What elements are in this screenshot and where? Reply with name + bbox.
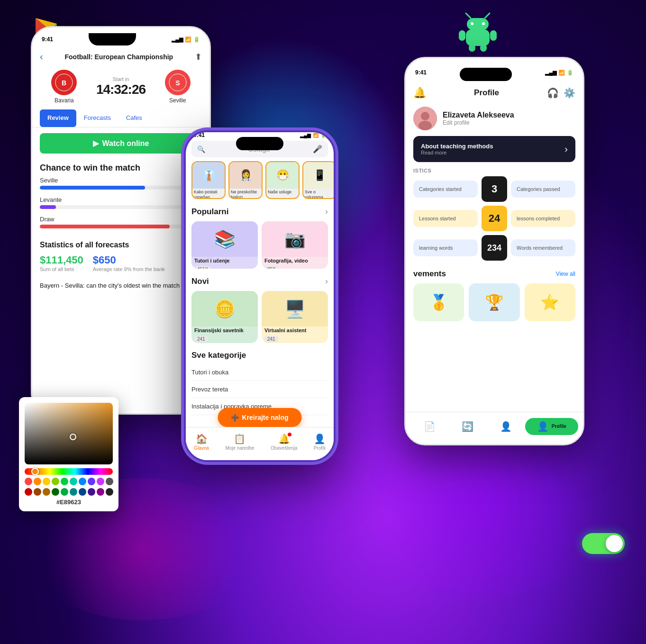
status-time-center: 9:41: [193, 132, 205, 138]
lessons-completed-label: lessons completed: [517, 216, 570, 221]
watch-online-button[interactable]: ▶ Watch online: [40, 133, 202, 154]
service-card-1[interactable]: 👔 Kako postati uspešan: [191, 161, 226, 199]
pnav-user[interactable]: 👤: [487, 421, 525, 432]
chance-seville: Seville 38%: [40, 177, 202, 190]
tabs-bar: Review Forecasts Cafes: [32, 109, 209, 127]
new-more-icon[interactable]: ›: [325, 276, 328, 286]
nav-orders[interactable]: 📋 Moje naredbe: [225, 433, 254, 451]
teach-arrow-icon: ›: [564, 144, 568, 154]
swatch-2[interactable]: [34, 478, 41, 485]
swatch-12[interactable]: [34, 488, 41, 496]
service-card-2[interactable]: 👩‍⚕️ Ne preskočite Nalozi: [228, 161, 263, 199]
svg-rect-4: [466, 29, 490, 46]
new-card-count-2: 241: [264, 336, 278, 342]
service-card-img-2: 👩‍⚕️: [229, 162, 262, 189]
popular-card-bg-2: 📷: [262, 221, 328, 257]
swatch-8[interactable]: [88, 478, 95, 485]
avg-stat: $650 Average rate 9% from the bank: [93, 254, 165, 272]
article-title: Bayern - Sevilla: can the city's oldest …: [32, 278, 209, 294]
toggle-switch[interactable]: [582, 533, 625, 554]
sum-label: Sum of all bets: [40, 266, 83, 272]
swatch-14[interactable]: [52, 488, 59, 496]
new-card-title-2: Virtualni asistent: [262, 327, 328, 334]
new-card-1[interactable]: 🪙 Finansijski savetnik 241: [191, 291, 258, 343]
chance-levante: Levante 2%: [40, 196, 202, 209]
cp-gradient[interactable]: [25, 403, 113, 464]
swatch-11[interactable]: [25, 488, 32, 496]
back-button[interactable]: ‹: [40, 51, 43, 62]
document-icon: 📄: [424, 421, 436, 432]
swatch-18[interactable]: [88, 488, 95, 496]
cat-passed-label: Categories passed: [517, 186, 570, 192]
profile-header: 🔔 Profile 🎧 ⚙️: [406, 83, 583, 103]
nav-home[interactable]: 🏠 Glavna: [194, 433, 209, 451]
popular-more-icon[interactable]: ›: [325, 207, 328, 217]
swatch-7[interactable]: [79, 478, 86, 485]
nav-notifications[interactable]: 🔔 Obaveštenja: [271, 433, 297, 451]
achievements-header: vements View all: [413, 269, 575, 279]
swatch-3[interactable]: [43, 478, 50, 485]
swatch-17[interactable]: [79, 488, 86, 496]
color-picker[interactable]: #E89623: [19, 397, 118, 511]
microphone-icon[interactable]: 🎤: [313, 145, 322, 154]
categories-started-cell: Categories started: [413, 181, 478, 198]
view-all-link[interactable]: View all: [556, 271, 575, 277]
share-button[interactable]: ⬆: [195, 52, 202, 62]
nav-orders-label: Moje naredbe: [225, 445, 254, 451]
service-card-3[interactable]: 😷 Naše usluge: [265, 161, 300, 199]
popular-card-2[interactable]: 📷 Fotografija, video 852: [262, 221, 328, 269]
tab-cafes[interactable]: Cafes: [118, 109, 150, 127]
swatch-10[interactable]: [106, 478, 113, 485]
sum-val: $111,450: [40, 254, 83, 266]
svg-rect-11: [490, 30, 497, 41]
nav-notif-label: Obaveštenja: [271, 445, 297, 451]
stats-row: $111,450 Sum of all bets $650 Average ra…: [40, 254, 202, 272]
profile-icon-center: 👤: [314, 433, 326, 444]
teach-title: About teaching methods: [421, 143, 493, 150]
bar-seville: [40, 186, 145, 190]
cat-item-2[interactable]: Prevoz tereta: [191, 381, 328, 398]
swatch-6[interactable]: [70, 478, 77, 485]
tab-forecasts[interactable]: Forecasts: [76, 109, 118, 127]
status-icons-right: ▂▄▆ 📶 🔋: [545, 70, 573, 76]
swatch-9[interactable]: [97, 478, 104, 485]
dynamic-island: [236, 137, 283, 150]
achievement-badges: 🥇 🏆 ⭐: [413, 283, 575, 321]
swatch-4[interactable]: [52, 478, 59, 485]
swatch-16[interactable]: [70, 488, 77, 496]
swatch-19[interactable]: [97, 488, 104, 496]
pnav-document[interactable]: 📄: [410, 421, 449, 432]
svg-point-7: [482, 22, 485, 25]
new-card-2[interactable]: 🖥️ Virtualni asistent 241: [262, 291, 328, 343]
create-account-button[interactable]: ➕ Kreirajte nalog: [218, 408, 301, 427]
swatch-15[interactable]: [61, 488, 68, 496]
notifications-icon: 🔔: [278, 433, 290, 444]
bell-icon[interactable]: 🔔: [413, 87, 426, 99]
tab-review[interactable]: Review: [40, 109, 76, 127]
notch-left: [89, 33, 136, 45]
service-card-4[interactable]: 📱 Sve o uslugama: [302, 161, 334, 199]
cat-item-1[interactable]: Tutori i obuka: [191, 364, 328, 381]
achievement-badge-1: 🥇: [413, 283, 464, 321]
swatch-20[interactable]: [106, 488, 113, 496]
popular-card-count-2: 852: [264, 266, 278, 269]
nav-profile-center[interactable]: 👤 Profili: [314, 433, 326, 451]
popular-card-1[interactable]: 📚 Tutori i učenje 4512: [191, 221, 258, 269]
cp-hue[interactable]: [25, 468, 113, 475]
service-card-img-1: 👔: [192, 162, 225, 189]
swatch-13[interactable]: [43, 488, 50, 496]
learning-words-cell: learning words: [413, 239, 478, 256]
bar-draw: [40, 225, 170, 228]
pnav-refresh[interactable]: 🔄: [449, 421, 487, 432]
popular-card-title-2: Fotografija, video: [262, 257, 328, 264]
swatch-1[interactable]: [25, 478, 32, 485]
swatch-5[interactable]: [61, 478, 68, 485]
settings-icon[interactable]: ⚙️: [564, 87, 575, 99]
user-sub[interactable]: Edit profile: [443, 119, 514, 126]
teaching-methods-banner[interactable]: About teaching methods Read more ›: [413, 136, 575, 162]
status-time-right: 9:41: [415, 69, 427, 76]
headphone-icon[interactable]: 🎧: [547, 87, 559, 99]
pnav-profile-active[interactable]: 👤 Profile: [525, 418, 579, 435]
match-title: Football: European Championship: [43, 53, 195, 61]
phone-right: 9:41 ▂▄▆ 📶 🔋 🔔 Profile 🎧 ⚙️ Elizaveta Al…: [404, 57, 584, 445]
